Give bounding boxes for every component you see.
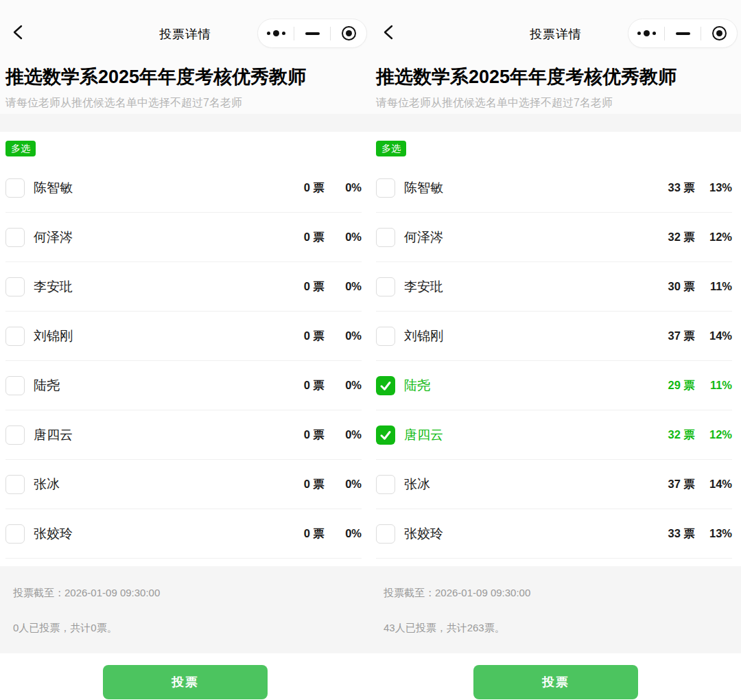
vote-count: 30 票 (668, 279, 695, 294)
candidate-list: 陈智敏 0 票 0% 何泽涔 0 票 0% 李安玭 0 票 0% 刘锦刚 0 票 (5, 163, 362, 559)
vote-count: 0 票 (304, 230, 325, 245)
checkmark-icon (379, 380, 392, 392)
vote-count: 37 票 (668, 329, 695, 344)
vote-percent: 0% (325, 478, 362, 491)
vote-percent: 11% (695, 280, 732, 293)
vote-percent: 0% (325, 329, 362, 342)
header-section: 投票详情 推选数学系2025年年度考核优秀教师 请 (370, 0, 741, 114)
vote-percent: 0% (325, 379, 362, 392)
vote-count: 0 票 (304, 329, 325, 344)
candidate-section: 多选 陈智敏 0 票 0% 何泽涔 0 票 0% 李安玭 0 票 0% (0, 132, 370, 559)
candidate-row[interactable]: 张姣玲 33 票 13% (376, 509, 732, 559)
candidate-row[interactable]: 唐四云 0 票 0% (5, 410, 362, 460)
candidate-section: 多选 陈智敏 33 票 13% 何泽涔 32 票 12% 李安玭 30 票 11… (370, 132, 741, 559)
candidate-list: 陈智敏 33 票 13% 何泽涔 32 票 12% 李安玭 30 票 11% 刘… (376, 163, 732, 559)
vote-button[interactable]: 投票 (473, 665, 638, 699)
candidate-row[interactable]: 陈智敏 33 票 13% (376, 163, 732, 213)
vote-count: 29 票 (668, 378, 695, 393)
navigation-bar: 投票详情 (370, 0, 741, 62)
vote-count: 0 票 (304, 428, 325, 443)
vote-percent: 0% (325, 231, 362, 244)
navigation-bar: 投票详情 (0, 0, 370, 62)
poll-header: 推选数学系2025年年度考核优秀教师 请每位老师从推优候选名单中选择不超过7名老… (0, 66, 370, 110)
candidate-name: 张冰 (34, 476, 60, 493)
poll-info-footer: 投票截至：2026-01-09 09:30:00 43人已投票，共计263票。 (370, 566, 741, 653)
vote-count: 37 票 (668, 477, 695, 492)
poll-title: 推选数学系2025年年度考核优秀教师 (5, 66, 365, 88)
candidate-checkbox[interactable] (376, 228, 395, 247)
candidate-name: 陈智敏 (404, 179, 443, 197)
candidate-row[interactable]: 何泽涔 32 票 12% (376, 213, 732, 262)
more-icon[interactable] (258, 19, 294, 47)
vote-count: 0 票 (304, 279, 325, 294)
candidate-name: 唐四云 (404, 426, 443, 444)
vote-count: 33 票 (668, 180, 695, 196)
vote-count: 32 票 (668, 428, 695, 443)
vote-count: 32 票 (668, 230, 695, 245)
vote-percent: 11% (695, 379, 732, 392)
candidate-row[interactable]: 唐四云 32 票 12% (376, 410, 732, 460)
candidate-checkbox[interactable] (5, 524, 25, 544)
vote-detail-screen: 投票详情 推选数学系2025年年度考核优秀教师 请 (370, 0, 741, 700)
deadline-text: 投票截至：2026-01-09 09:30:00 (384, 586, 736, 600)
exit-target-icon[interactable] (701, 19, 737, 47)
candidate-checkbox[interactable] (376, 178, 395, 198)
candidate-checkbox[interactable] (5, 228, 25, 247)
minimize-icon[interactable] (294, 19, 330, 47)
candidate-checkbox[interactable] (5, 277, 25, 296)
section-separator (0, 114, 370, 132)
deadline-value: 2026-01-09 09:30:00 (64, 587, 160, 598)
candidate-name: 李安玭 (404, 278, 443, 296)
candidate-name: 刘锦刚 (404, 327, 443, 345)
candidate-checkbox[interactable] (5, 475, 25, 494)
section-separator (370, 114, 741, 132)
candidate-checkbox[interactable] (5, 327, 25, 346)
vote-percent: 14% (695, 329, 732, 342)
candidate-row[interactable]: 何泽涔 0 票 0% (5, 213, 362, 262)
candidate-row[interactable]: 陆尧 0 票 0% (5, 361, 362, 410)
candidate-row[interactable]: 刘锦刚 37 票 14% (376, 312, 732, 361)
candidate-checkbox[interactable] (376, 425, 395, 445)
candidate-checkbox[interactable] (376, 327, 395, 346)
poll-header: 推选数学系2025年年度考核优秀教师 请每位老师从推优候选名单中选择不超过7名老… (370, 66, 741, 110)
candidate-checkbox[interactable] (376, 376, 395, 395)
candidate-name: 陆尧 (34, 377, 60, 395)
deadline-text: 投票截至：2026-01-09 09:30:00 (13, 586, 365, 600)
vote-percent: 14% (695, 478, 732, 491)
candidate-row[interactable]: 陆尧 29 票 11% (376, 361, 732, 410)
vote-percent: 0% (325, 280, 362, 293)
vote-summary: 0人已投票，共计0票。 (13, 621, 365, 635)
candidate-row[interactable]: 陈智敏 0 票 0% (5, 163, 362, 213)
vote-percent: 12% (695, 428, 732, 441)
candidate-checkbox[interactable] (5, 178, 25, 198)
vote-percent: 12% (695, 231, 732, 244)
vote-button[interactable]: 投票 (103, 665, 268, 699)
minimize-icon[interactable] (665, 19, 701, 47)
candidate-row[interactable]: 刘锦刚 0 票 0% (5, 312, 362, 361)
candidate-name: 张姣玲 (34, 525, 73, 543)
candidate-name: 刘锦刚 (34, 327, 73, 345)
candidate-row[interactable]: 张冰 0 票 0% (5, 460, 362, 509)
candidate-checkbox[interactable] (5, 425, 25, 445)
candidate-checkbox[interactable] (376, 524, 395, 544)
vote-summary: 43人已投票，共计263票。 (384, 621, 736, 635)
candidate-row[interactable]: 张冰 37 票 14% (376, 460, 732, 509)
exit-target-icon[interactable] (331, 19, 366, 47)
poll-title: 推选数学系2025年年度考核优秀教师 (376, 66, 736, 88)
vote-percent: 0% (325, 181, 362, 194)
candidate-row[interactable]: 张姣玲 0 票 0% (5, 509, 362, 559)
candidate-name: 陈智敏 (34, 179, 73, 197)
vote-detail-screen: 投票详情 推选数学系2025年年度考核优秀教师 请 (0, 0, 370, 700)
candidate-checkbox[interactable] (376, 277, 395, 296)
vote-count: 0 票 (304, 526, 325, 541)
candidate-row[interactable]: 李安玭 0 票 0% (5, 262, 362, 312)
vote-percent: 13% (695, 527, 732, 540)
multi-select-badge: 多选 (376, 141, 406, 156)
more-icon[interactable] (628, 19, 664, 47)
candidate-checkbox[interactable] (5, 376, 25, 395)
candidate-checkbox[interactable] (376, 475, 395, 494)
vote-count: 0 票 (304, 477, 325, 492)
header-section: 投票详情 推选数学系2025年年度考核优秀教师 请 (0, 0, 370, 114)
candidate-row[interactable]: 李安玭 30 票 11% (376, 262, 732, 312)
candidate-name: 何泽涔 (404, 229, 443, 246)
